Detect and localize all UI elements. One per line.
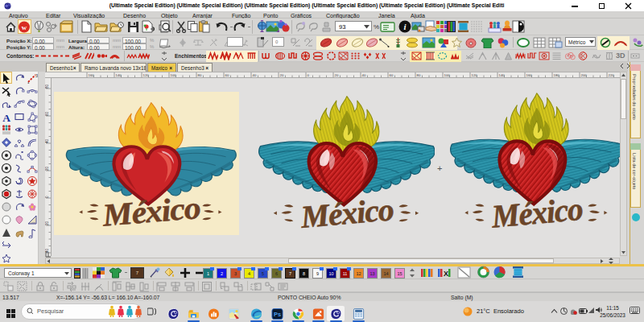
svg-text:México: México — [299, 192, 395, 233]
svg-text:20: 20 — [280, 73, 284, 77]
svg-text:80: 80 — [417, 73, 421, 77]
svg-text:180: 180 — [554, 73, 560, 77]
svg-text:80: 80 — [45, 84, 49, 89]
svg-text:0: 0 — [308, 73, 310, 77]
svg-text:X: X — [444, 270, 448, 278]
svg-text:40: 40 — [253, 73, 257, 77]
svg-text:120: 120 — [143, 73, 150, 77]
svg-text:100: 100 — [444, 73, 451, 77]
svg-text:20: 20 — [45, 166, 49, 171]
svg-text:México: México — [101, 190, 202, 231]
svg-text:140: 140 — [499, 73, 506, 77]
svg-text:160: 160 — [526, 73, 533, 77]
svg-text:80: 80 — [198, 73, 202, 77]
svg-text:160: 160 — [89, 73, 95, 77]
svg-text:40: 40 — [362, 73, 366, 77]
svg-text:60: 60 — [45, 111, 49, 116]
svg-text:0: 0 — [45, 196, 49, 198]
svg-text:20: 20 — [335, 73, 339, 77]
svg-text:A: A — [2, 112, 10, 123]
svg-text:20: 20 — [45, 221, 49, 225]
svg-text:México: México — [489, 191, 584, 233]
svg-text:Ps: Ps — [274, 311, 281, 318]
svg-text:100: 100 — [171, 73, 177, 77]
svg-text:w: w — [22, 23, 27, 31]
svg-text:220: 220 — [609, 73, 615, 77]
svg-text:200: 200 — [581, 73, 588, 77]
svg-text:60: 60 — [225, 73, 229, 77]
svg-text:60: 60 — [390, 73, 394, 77]
svg-text:3: 3 — [35, 73, 38, 78]
svg-text:40: 40 — [45, 138, 49, 143]
svg-text:140: 140 — [116, 73, 122, 77]
svg-text:120: 120 — [472, 73, 478, 77]
